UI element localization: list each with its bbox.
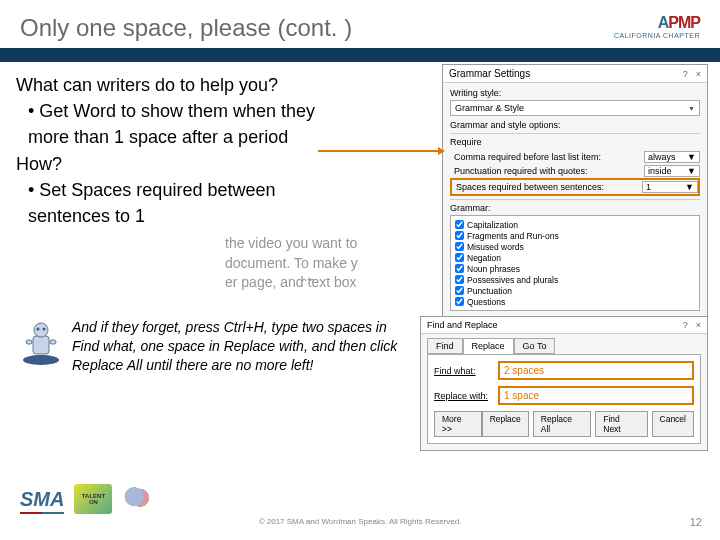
logo-letter: A [658,14,669,31]
checkbox[interactable] [455,286,464,295]
grammar-section-label: Grammar: [450,199,700,213]
tip-row: And if they forget, press Ctrl+H, type t… [16,318,411,375]
checkbox[interactable] [455,297,464,306]
replace-with-input[interactable]: 1 space [498,386,694,405]
option-row: Comma required before last list item: al… [450,150,700,164]
accent-bar [0,48,720,62]
find-replace-dialog: Find and Replace ? × Find Replace Go To … [420,316,708,451]
help-button[interactable]: ? [683,320,688,330]
checkbox[interactable] [455,264,464,273]
apmp-logo: APMP CALIFORNIA CHAPTER [614,14,700,39]
find-next-button[interactable]: Find Next [595,411,647,437]
check-item[interactable]: Questions [455,296,695,307]
option-label: Punctuation required with quotes: [454,166,588,176]
bullet-1b: more than 1 space after a period [16,125,421,150]
writing-style-value: Grammar & Style [455,103,524,113]
replace-button[interactable]: Replace [482,411,529,437]
proofreader-mark: ⌃⌃ [300,277,316,288]
dialog-title: Find and Replace [427,320,498,330]
option-select[interactable]: always▼ [644,151,700,163]
svg-rect-5 [26,340,32,344]
require-label: Require [450,133,700,147]
dialog-title: Grammar Settings [449,68,530,79]
header: Only one space, please (cont. ) APMP CAL… [0,0,720,48]
more-button[interactable]: More >> [434,411,482,437]
brain-icon [122,487,152,511]
footer: SMA TALENT ON © 2017 SMA and Wordman Spe… [0,482,720,540]
page-number: 12 [690,516,702,528]
checkbox[interactable] [455,275,464,284]
robot-mascot-icon [16,318,66,368]
slide: Only one space, please (cont. ) APMP CAL… [0,0,720,540]
svg-point-3 [37,328,40,331]
chevron-down-icon: ▼ [688,105,695,112]
dialog-titlebar: Grammar Settings ? × [443,65,707,83]
chevron-down-icon: ▼ [685,182,694,192]
chevron-down-icon: ▼ [687,152,696,162]
svg-point-4 [43,328,46,331]
checkbox[interactable] [455,220,464,229]
bullet-2a: • Set Spaces required between [16,178,421,203]
body: What can writers do to help you? • Get W… [0,62,720,229]
check-item[interactable]: Negation [455,252,695,263]
replace-all-button[interactable]: Replace All [533,411,591,437]
tip-text: And if they forget, press Ctrl+H, type t… [72,318,411,375]
check-item[interactable]: Punctuation [455,285,695,296]
svg-rect-1 [33,336,49,354]
ghost-line: the video you want to [225,234,405,254]
bullet-1a: • Get Word to show them when they [16,99,421,124]
check-item[interactable]: Noun phrases [455,263,695,274]
find-what-input[interactable]: 2 spaces [498,361,694,380]
checkbox[interactable] [455,231,464,240]
tab-replace[interactable]: Replace [463,338,514,354]
svg-point-0 [23,355,59,365]
ghost-line: document. To make y [225,254,405,274]
svg-rect-6 [50,340,56,344]
cancel-button[interactable]: Cancel [652,411,694,437]
slide-title: Only one space, please (cont. ) [20,14,352,42]
option-label: Comma required before last list item: [454,152,601,162]
dialog-titlebar: Find and Replace ? × [421,317,707,334]
grammar-checks-list: Capitalization Fragments and Run-ons Mis… [450,215,700,311]
copyright: © 2017 SMA and Wordman Speaks. All Right… [0,517,720,526]
check-item[interactable]: Fragments and Run-ons [455,230,695,241]
close-button[interactable]: × [696,320,701,330]
grammar-settings-dialog: Grammar Settings ? × Writing style: Gram… [442,64,708,346]
tab-goto[interactable]: Go To [514,338,556,354]
check-item[interactable]: Misused words [455,241,695,252]
help-button[interactable]: ? [683,69,688,79]
option-row-highlighted: Spaces required between sentences: 1▼ [450,178,700,196]
close-button[interactable]: × [696,69,701,79]
chevron-down-icon: ▼ [687,166,696,176]
writing-style-label: Writing style: [450,88,700,98]
option-row: Punctuation required with quotes: inside… [450,164,700,178]
bullet-2b: sentences to 1 [16,204,421,229]
option-select[interactable]: inside▼ [644,165,700,177]
question-1: What can writers do to help you? [16,73,421,98]
option-label: Spaces required between sentences: [456,182,604,192]
writing-style-select[interactable]: Grammar & Style ▼ [450,100,700,116]
talent-on-badge: TALENT ON [74,484,112,514]
check-item[interactable]: Capitalization [455,219,695,230]
pointer-arrow [318,150,443,152]
check-item[interactable]: Possessives and plurals [455,274,695,285]
checkbox[interactable] [455,253,464,262]
options-label: Grammar and style options: [450,120,700,130]
logo-subtitle: CALIFORNIA CHAPTER [614,32,700,39]
replace-with-label: Replace with: [434,391,492,401]
tab-find[interactable]: Find [427,338,463,354]
svg-point-2 [34,323,48,337]
option-select[interactable]: 1▼ [642,181,698,193]
checkbox[interactable] [455,242,464,251]
sma-logo: SMA [20,488,64,511]
logo-letters: PMP [668,14,700,31]
question-2: How? [16,152,421,177]
find-what-label: Find what: [434,366,492,376]
